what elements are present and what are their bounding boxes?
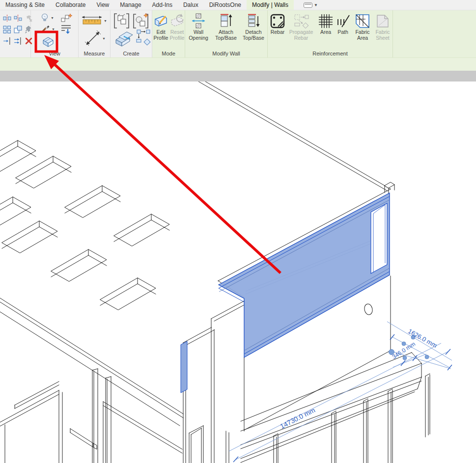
scale-button[interactable] [12,24,23,35]
aligned-dimension-button[interactable]: ▼ [84,30,106,47]
column [92,369,229,463]
edit-profile-icon [153,13,169,29]
panel-view: ▼ ▼ View [31,10,79,57]
rebar-button[interactable]: Rebar [269,13,286,35]
selection-box-icon [41,35,56,48]
measure-between-references-button[interactable]: ▼ [81,15,107,27]
tab-dirootsone[interactable]: DiRootsOne [204,0,247,10]
aligned-dimension-icon [84,30,101,47]
panel-measure: ▼ ▼ Measure [79,10,111,57]
drawing-area[interactable]: 1626.0 mm 346.0 mm 14730.0 mm [0,82,476,463]
chevron-down-icon: ▼ [51,16,54,20]
fabric-area-label: Fabric Area [352,29,373,41]
override-graphics-button[interactable]: ▼ [40,25,55,34]
mirror-pick-axis-button[interactable] [1,13,12,24]
ribbon-state-icon [304,2,312,8]
array-button[interactable] [1,24,12,35]
edit-profile-button[interactable]: Edit Profile [153,13,169,41]
create-parts-button[interactable] [113,13,130,29]
wall-opening-icon [191,13,206,29]
detach-top-base-button[interactable]: Detach Top/Base [240,13,267,41]
tab-dalux[interactable]: Dalux [178,0,204,10]
selection-box-button[interactable] [41,35,56,48]
roof-right-edge [205,82,391,189]
panel-modify-wall: Wall Opening Attach Top/Base Detach Top/… [185,10,268,57]
panel-hole [364,303,373,316]
area-reinforcement-button[interactable]: Area [317,13,335,35]
rebar-label: Rebar [269,29,286,35]
deck-beams [241,353,421,463]
chevron-down-icon: ▼ [104,19,107,23]
create-group-icon [113,30,136,48]
displace-elements-icon [60,13,72,23]
trim-extend-multiple-button[interactable] [12,35,23,47]
fabric-area-icon [355,13,370,29]
ribbon-tab-bar: Massing & Site Collaborate View Manage A… [0,0,476,10]
fabric-sheet-label: Fabric Sheet [373,29,392,41]
ribbon-display-toggle[interactable]: ▼ [301,0,321,10]
attach-top-base-label: Attach Top/Base [213,29,239,41]
selected-wall-sliver[interactable] [181,341,187,393]
panel-modify-tools [0,10,31,57]
create-assembly-button[interactable] [132,12,150,29]
selected-wall[interactable] [181,193,390,393]
path-reinforcement-icon [335,13,351,29]
panel-label-create: Create [111,50,152,57]
chevron-down-icon: ▼ [314,3,318,7]
trim-extend-single-button[interactable] [1,35,12,47]
path-reinforcement-button[interactable]: Path [335,13,351,35]
tab-collaborate[interactable]: Collaborate [50,0,91,10]
model-3d-view[interactable]: 1626.0 mm 346.0 mm 14730.0 mm [0,82,476,463]
options-bar [0,57,476,71]
attach-top-base-icon [218,13,234,29]
panel-mode: Edit Profile Reset Profile Mode [152,10,185,57]
create-similar-button[interactable] [136,29,151,47]
displace-elements-button[interactable] [60,13,72,23]
area-reinforcement-icon [318,13,334,29]
reset-profile-button[interactable]: Reset Profile [169,13,185,41]
tab-modify-walls[interactable]: Modify | Walls [247,0,294,10]
panel-label-measure: Measure [79,50,110,57]
create-similar-icon [136,29,151,47]
roof-opening [0,140,169,310]
reset-profile-label: Reset Profile [169,29,185,41]
hide-in-view-button[interactable]: ▼ [40,13,54,23]
propagate-rebar-button[interactable]: Propagate Rebar [286,13,316,41]
panel-reinforcement: Rebar Propagate Rebar Area Path Fabric A… [268,10,393,57]
reset-profile-icon [169,13,185,29]
tab-manage[interactable]: Manage [114,0,146,10]
tab-massing-site[interactable]: Massing & Site [0,0,50,10]
paintbrush-icon [40,25,51,34]
panel-label-reinforcement: Reinforcement [268,50,392,57]
door-frame [189,426,203,463]
info-strip [0,71,476,82]
path-label: Path [335,29,351,35]
panel-create: Create [111,10,152,57]
tab-add-ins[interactable]: Add-Ins [147,0,178,10]
fabric-sheet-icon [375,13,391,29]
propagate-rebar-label: Propagate Rebar [286,29,316,41]
panel-label-modify-wall: Modify Wall [185,50,267,57]
detach-top-base-icon [246,13,261,29]
attach-top-base-button[interactable]: Attach Top/Base [213,13,239,41]
chevron-down-icon: ▼ [52,27,55,31]
chevron-down-icon: ▼ [102,37,106,40]
edit-profile-label: Edit Profile [153,29,169,41]
propagate-rebar-icon [293,13,309,29]
mirror-draw-axis-button[interactable] [12,13,23,24]
detach-top-base-label: Detach Top/Base [240,29,267,41]
panel-label-view: View [31,50,78,57]
create-assembly-icon [132,12,150,29]
create-parts-icon [113,13,130,29]
create-group-button[interactable] [113,30,136,48]
fabric-sheet-button[interactable]: Fabric Sheet [373,13,392,41]
area-label: Area [317,29,335,35]
fabric-area-button[interactable]: Fabric Area [352,13,373,41]
ribbon-empty-area [393,10,476,57]
ribbon: ▼ ▼ View ▼ ▼ M [0,10,476,57]
tab-view[interactable]: View [91,0,114,10]
linework-button[interactable] [60,24,72,34]
rebar-icon [270,13,285,29]
panel-label-mode: Mode [152,50,185,57]
wall-opening-button[interactable]: Wall Opening [186,13,211,41]
